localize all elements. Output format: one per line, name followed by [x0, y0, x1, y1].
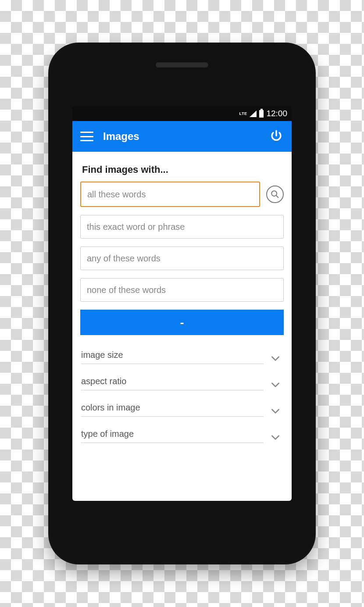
chevron-down-icon	[270, 353, 281, 364]
section-heading: Find images with...	[82, 164, 284, 175]
type-label: type of image	[81, 429, 264, 443]
image-size-label: image size	[81, 350, 264, 364]
chevron-down-icon	[270, 379, 281, 390]
power-icon[interactable]	[269, 129, 284, 144]
chevron-down-icon	[270, 432, 281, 443]
phone-screen: LTE 12:00 Images Find images with...	[72, 106, 292, 501]
status-bar: LTE 12:00	[72, 106, 292, 121]
exact-phrase-input[interactable]	[80, 215, 284, 239]
chevron-down-icon	[270, 405, 281, 417]
any-words-input[interactable]	[80, 246, 284, 270]
svg-line-1	[276, 196, 278, 198]
type-dropdown[interactable]: type of image	[80, 420, 284, 446]
image-size-dropdown[interactable]: image size	[80, 341, 284, 368]
none-words-input[interactable]	[80, 278, 284, 302]
menu-icon[interactable]	[80, 132, 93, 141]
search-icon[interactable]	[266, 186, 284, 203]
aspect-ratio-dropdown[interactable]: aspect ratio	[80, 368, 284, 394]
battery-icon	[259, 110, 264, 118]
colors-dropdown[interactable]: colors in image	[80, 394, 284, 420]
phone-earpiece	[156, 62, 208, 68]
content-area: Find images with... -	[72, 152, 292, 501]
aspect-ratio-label: aspect ratio	[81, 376, 264, 390]
app-bar: Images	[72, 121, 292, 152]
clock: 12:00	[266, 109, 287, 118]
app-bar-title: Images	[103, 130, 139, 143]
phone-frame: LTE 12:00 Images Find images with...	[48, 43, 316, 564]
collapse-button[interactable]: -	[80, 310, 284, 335]
network-label: LTE	[239, 111, 247, 116]
all-words-input[interactable]	[80, 182, 260, 207]
colors-label: colors in image	[81, 403, 264, 417]
signal-icon	[250, 111, 257, 117]
